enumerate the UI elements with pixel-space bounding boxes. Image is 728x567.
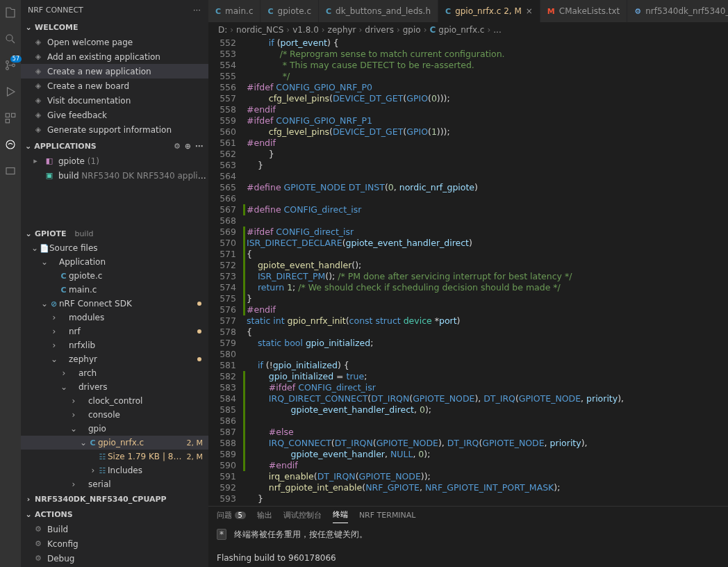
activity-files-icon[interactable]	[2, 4, 19, 21]
panel-tab-nrf-terminal[interactable]: NRF TERMINAL	[359, 511, 416, 523]
tree-row-gpio-nrfx-c[interactable]: ⌄Cgpio_nrfx.c2, M	[21, 436, 208, 450]
tree-row-application[interactable]: ⌄Application	[21, 255, 208, 269]
action-item-debug[interactable]: ⚙Debug	[21, 551, 208, 566]
tree-row-nrfxlib[interactable]: ›nrfxlib	[21, 338, 208, 352]
panel-tab-problems[interactable]: 问题 5	[217, 510, 246, 523]
panel-tab-output[interactable]: 输出	[257, 510, 272, 523]
tab-main-c[interactable]: Cmain.c	[208, 0, 260, 22]
section-welcome[interactable]: ⌄WELCOME	[21, 19, 208, 35]
file-icon: C	[326, 7, 331, 16]
sidebar-more-icon[interactable]: ⋯	[193, 6, 201, 15]
welcome-item-1[interactable]: ◈Add an existing application	[21, 49, 208, 64]
svg-rect-8	[6, 168, 15, 174]
tree-row-nrf-connect-sdk[interactable]: ⌄⊘nRF Connect SDK	[21, 297, 208, 311]
file-icon: ⊘	[49, 299, 59, 309]
line-gutter: 5525535545555565575585595605615625635645…	[208, 38, 243, 506]
tree-row-serial[interactable]: ›serial	[21, 477, 208, 491]
tab-nrf5340dk-nrf5340-cpua[interactable]: ⚙nrf5340dk_nrf5340_cpua	[627, 0, 728, 22]
tree-row-console[interactable]: ›console	[21, 408, 208, 422]
section-applications[interactable]: ⌄APPLICATIONS ⚙ ⊕ ⋯	[21, 138, 208, 154]
tree-row-main-c[interactable]: Cmain.c	[21, 283, 208, 297]
application-project[interactable]: ▸ ◧ gpiote (1)	[21, 154, 208, 168]
file-icon: C	[58, 272, 69, 281]
file-icon: C	[58, 286, 69, 295]
gear-icon: ⚙	[33, 525, 43, 534]
welcome-page-icon: ◈	[33, 38, 43, 47]
svg-point-1	[6, 61, 9, 64]
welcome-item-3[interactable]: ◈Create a new board	[21, 79, 208, 93]
twisty-icon: ›	[50, 313, 58, 322]
file-icon: M	[547, 7, 555, 16]
activity-search-icon[interactable]	[2, 31, 19, 47]
panel-tabs: 问题 5 输出 调试控制台 终端 NRF TERMINAL	[208, 507, 728, 526]
section-actions[interactable]: ⌄ACTIONS	[21, 507, 208, 522]
sidebar-header: NRF CONNECT ⋯	[21, 0, 208, 19]
editor-tabs: Cmain.cCgpiote.cCdk_buttons_and_leds.hCg…	[208, 0, 728, 22]
twisty-icon: ⌄	[60, 382, 68, 392]
welcome-item-0[interactable]: ◈Open welcome page	[21, 35, 208, 49]
gear-icon: ⚙	[33, 554, 43, 564]
activity-nrf-connect-icon[interactable]	[2, 136, 19, 153]
tree-row-drivers[interactable]: ⌄drivers	[21, 380, 208, 394]
modified-dot-icon	[197, 329, 201, 334]
application-build[interactable]: ▣ build NRF5340 DK NRF5340 application M…	[21, 168, 208, 183]
new-board-icon: ◈	[33, 81, 43, 91]
section-gpiote[interactable]: ⌄ GPIOTE build	[21, 226, 208, 241]
tree-row-source-files[interactable]: ⌄📄Source files	[21, 241, 208, 255]
twisty-icon: ›	[69, 479, 78, 489]
twisty-icon: ›	[50, 327, 58, 336]
action-item-build[interactable]: ⚙Build	[21, 522, 208, 536]
panel-tab-terminal[interactable]: 终端	[333, 509, 348, 523]
tree-row-includes[interactable]: ›☷Includes	[21, 463, 208, 477]
app-more-icon[interactable]: ⋯	[195, 142, 203, 151]
tree-row-nrf[interactable]: ›nrf	[21, 324, 208, 338]
gpiote-tree: ⌄📄Source files⌄ApplicationCgpiote.cCmain…	[21, 241, 208, 491]
app-add-icon[interactable]: ⊕	[185, 142, 191, 151]
twisty-icon: ›	[69, 410, 78, 420]
gear-icon: ⚙	[33, 539, 43, 549]
breadcrumb[interactable]: D: › nordic_NCS › v1.8.0 › zephyr › driv…	[208, 22, 728, 38]
new-app-icon: ◈	[33, 67, 43, 76]
modified-badge: 2, M	[187, 452, 208, 461]
welcome-item-4[interactable]: ◈Visit documentation	[21, 93, 208, 108]
tree-row-size-1-79-kb-81-bytes[interactable]: ☷Size 1.79 KB | 81 bytes2, M	[21, 450, 208, 463]
svg-rect-5	[12, 113, 15, 117]
terminal-body[interactable]: * 终端将被任务重用，按任意键关闭。 Flashing build to 960…	[208, 526, 728, 567]
panel-tab-debug-console[interactable]: 调试控制台	[283, 510, 322, 523]
tree-row-arch[interactable]: ›arch	[21, 366, 208, 380]
activity-source-control-icon[interactable]: 57	[2, 57, 19, 74]
file-icon: C	[88, 438, 98, 447]
file-icon: C	[445, 7, 451, 16]
activity-extensions-icon[interactable]	[2, 110, 19, 126]
twisty-icon: ›	[89, 466, 97, 475]
tab-close-icon[interactable]: ×	[526, 6, 533, 16]
scm-badge: 57	[10, 56, 22, 63]
tree-row-gpio[interactable]: ⌄gpio	[21, 422, 208, 436]
app-build-all-icon[interactable]: ⚙	[174, 142, 181, 151]
tab-gpiote-c[interactable]: Cgpiote.c	[260, 0, 319, 22]
actions-list: ⚙Build⚙Kconfig⚙Debug	[21, 522, 208, 567]
file-icon: ⚙	[634, 7, 641, 16]
section-device[interactable]: ›NRF5340DK_NRF5340_CPUAPP	[21, 491, 208, 507]
activity-run-icon[interactable]	[2, 83, 19, 100]
sidebar: NRF CONNECT ⋯ ⌄WELCOME ◈Open welcome pag…	[21, 0, 208, 567]
modified-dot-icon	[197, 302, 201, 306]
tree-row-modules[interactable]: ›modules	[21, 311, 208, 324]
svg-point-3	[13, 64, 15, 67]
activity-remote-icon[interactable]	[2, 163, 19, 179]
tree-row-clock-control[interactable]: ›clock_control	[21, 394, 208, 408]
tree-row-gpiote-c[interactable]: Cgpiote.c	[21, 269, 208, 283]
tab-dk-buttons-and-leds-h[interactable]: Cdk_buttons_and_leds.h	[319, 0, 438, 22]
activity-bar: 57	[0, 0, 21, 567]
tree-row-zephyr[interactable]: ⌄zephyr	[21, 352, 208, 366]
twisty-icon: ›	[69, 396, 78, 406]
welcome-item-5[interactable]: ◈Give feedback	[21, 108, 208, 122]
tab-cmakelists-txt[interactable]: MCMakeLists.txt	[540, 0, 628, 22]
code-area[interactable]: if (port_event) { /* Reprogram sense to …	[243, 38, 728, 506]
editor[interactable]: 5525535545555565575585595605615625635645…	[208, 38, 728, 506]
welcome-item-2[interactable]: ◈Create a new application	[21, 64, 208, 79]
welcome-item-6[interactable]: ◈Generate support information	[21, 122, 208, 137]
tab-gpio-nrfx-c[interactable]: Cgpio_nrfx.c 2, M×	[438, 0, 540, 22]
file-icon: ☷	[97, 452, 108, 461]
action-item-kconfig[interactable]: ⚙Kconfig	[21, 536, 208, 551]
